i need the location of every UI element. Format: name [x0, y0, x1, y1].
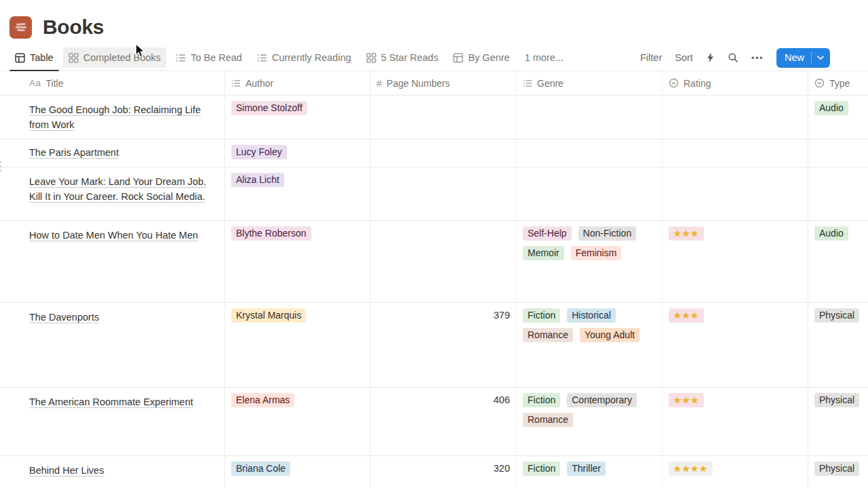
page-link[interactable]: The Paris Apartment	[29, 147, 119, 158]
tab-label: 5 Star Reads	[381, 52, 439, 63]
page-cover-icon[interactable]	[9, 16, 32, 39]
column-header-genre[interactable]: Genre	[517, 71, 663, 95]
view-tabs: Table Completed Books To Be Read	[9, 45, 569, 70]
table-row: The American Roommate Experiment Elena A…	[0, 388, 868, 456]
cell-title[interactable]: The Paris Apartment	[0, 140, 225, 167]
book-stack-icon	[12, 18, 30, 36]
new-button-label: New	[776, 52, 811, 63]
tab-currently-reading[interactable]: Currently Reading	[252, 47, 357, 68]
page-link[interactable]: The American Roommate Experiment	[29, 396, 193, 407]
genre-tag: Young Adult	[580, 328, 639, 342]
tab-5-star-reads[interactable]: 5 Star Reads	[361, 47, 444, 68]
automation-bolt-icon[interactable]	[706, 52, 715, 63]
cell-author[interactable]: Aliza Licht	[225, 167, 370, 220]
star-icons: ★★★★	[673, 462, 708, 476]
page-link[interactable]: The Davenports	[29, 312, 99, 323]
tab-label: 1 more...	[525, 52, 564, 63]
page-link[interactable]: The Good Enough Job: Reclaiming Life fro…	[29, 104, 201, 130]
cell-page-numbers[interactable]: 406	[370, 388, 517, 455]
cell-rating[interactable]	[663, 140, 808, 167]
author-tag: Briana Cole	[231, 462, 290, 476]
table-view-icon	[453, 53, 463, 63]
page-link[interactable]: Leave Your Mark: Land Your Dream Job. Ki…	[29, 176, 206, 202]
cell-type[interactable]: Physical	[808, 303, 868, 387]
cell-type[interactable]: Audio	[808, 221, 868, 302]
cell-rating[interactable]	[663, 167, 808, 220]
page-link[interactable]: How to Date Men When You Hate Men	[29, 230, 198, 241]
new-button[interactable]: New	[776, 48, 830, 68]
author-tag: Simone Stolzoff	[231, 101, 307, 115]
tab-more-views[interactable]: 1 more...	[519, 47, 569, 68]
cell-rating[interactable]	[663, 96, 808, 139]
genre-tag: Fiction	[523, 462, 560, 476]
cell-page-numbers[interactable]	[370, 221, 517, 302]
cell-title[interactable]: How to Date Men When You Hate Men	[0, 221, 225, 302]
cell-type[interactable]: Physical	[808, 388, 868, 455]
cell-author[interactable]: Lucy Foley	[225, 140, 370, 167]
column-header-type[interactable]: Type	[808, 71, 868, 95]
cell-page-numbers[interactable]: 320	[370, 456, 517, 488]
type-tag: Audio	[814, 226, 848, 241]
cell-genre[interactable]: Fiction Historical Romance Young Adult	[517, 303, 663, 387]
column-header-page-numbers[interactable]: # Page Numbers	[370, 71, 517, 95]
cell-author[interactable]: Blythe Roberson	[225, 221, 370, 302]
row-drag-handle-icon[interactable]	[0, 161, 3, 179]
rating-tag: ★★★	[669, 226, 704, 241]
cell-author[interactable]: Elena Armas	[225, 388, 370, 455]
tab-completed-books[interactable]: Completed Books	[63, 47, 166, 68]
cell-rating[interactable]: ★★★	[663, 388, 808, 455]
cell-rating[interactable]: ★★★	[663, 303, 808, 387]
tab-label: Currently Reading	[272, 52, 351, 63]
more-options-icon[interactable]: •••	[751, 53, 764, 63]
cell-title[interactable]: The American Roommate Experiment	[0, 388, 225, 455]
genre-tag: Romance	[523, 413, 573, 427]
cell-genre[interactable]: Self-Help Non-Fiction Memoir Feminism	[517, 221, 663, 302]
page-title: Books	[43, 16, 104, 39]
cell-author[interactable]: Simone Stolzoff	[225, 96, 370, 139]
tab-table[interactable]: Table	[9, 47, 59, 68]
cell-title[interactable]: Leave Your Mark: Land Your Dream Job. Ki…	[0, 167, 225, 220]
cell-genre[interactable]	[517, 167, 663, 220]
star-icons: ★★★	[673, 308, 699, 323]
cell-genre[interactable]: Fiction Thriller	[517, 456, 663, 488]
cell-page-numbers[interactable]	[370, 167, 517, 220]
type-tag: Physical	[814, 462, 859, 476]
cell-type[interactable]	[808, 167, 868, 220]
column-label: Type	[829, 78, 850, 89]
cell-rating[interactable]: ★★★	[663, 221, 808, 302]
genre-tag: Romance	[523, 328, 573, 342]
filter-button[interactable]: Filter	[640, 52, 662, 63]
column-header-title[interactable]: Aa Title	[0, 71, 225, 95]
cell-page-numbers[interactable]	[370, 96, 517, 139]
cell-title[interactable]: The Davenports	[0, 303, 225, 387]
cell-author[interactable]: Krystal Marquis	[225, 303, 370, 387]
page-link[interactable]: Behind Her Lives	[29, 465, 104, 476]
tab-to-be-read[interactable]: To Be Read	[170, 47, 248, 68]
chevron-down-icon[interactable]	[811, 52, 830, 63]
column-header-author[interactable]: Author	[225, 71, 370, 95]
cell-genre[interactable]	[517, 96, 663, 139]
cell-rating[interactable]: ★★★★	[663, 456, 808, 488]
cell-author[interactable]: Briana Cole	[225, 456, 370, 488]
cell-title[interactable]: Behind Her Lives	[0, 456, 225, 488]
list-view-icon	[176, 53, 186, 63]
table-header-row: Aa Title Author # Page Numbers Genre	[0, 71, 868, 96]
cell-type[interactable]	[808, 140, 868, 167]
tab-by-genre[interactable]: By Genre	[448, 47, 515, 68]
cell-title[interactable]: The Good Enough Job: Reclaiming Life fro…	[0, 96, 225, 139]
board-view-icon	[366, 53, 376, 63]
cell-genre[interactable]: Fiction Contemporary Romance	[517, 388, 663, 455]
tab-label: By Genre	[468, 52, 509, 63]
genre-tag: Self-Help	[523, 226, 572, 241]
tab-label: To Be Read	[191, 52, 242, 63]
cell-type[interactable]: Audio	[808, 96, 868, 139]
search-icon[interactable]	[728, 52, 738, 63]
column-header-rating[interactable]: Rating	[663, 71, 808, 95]
cell-page-numbers[interactable]	[370, 140, 517, 167]
author-tag: Krystal Marquis	[231, 308, 306, 323]
cell-type[interactable]: Physical	[808, 456, 868, 488]
genre-tag: Fiction	[523, 393, 560, 407]
cell-page-numbers[interactable]: 379	[370, 303, 517, 387]
cell-genre[interactable]	[517, 140, 663, 167]
sort-button[interactable]: Sort	[675, 52, 693, 63]
